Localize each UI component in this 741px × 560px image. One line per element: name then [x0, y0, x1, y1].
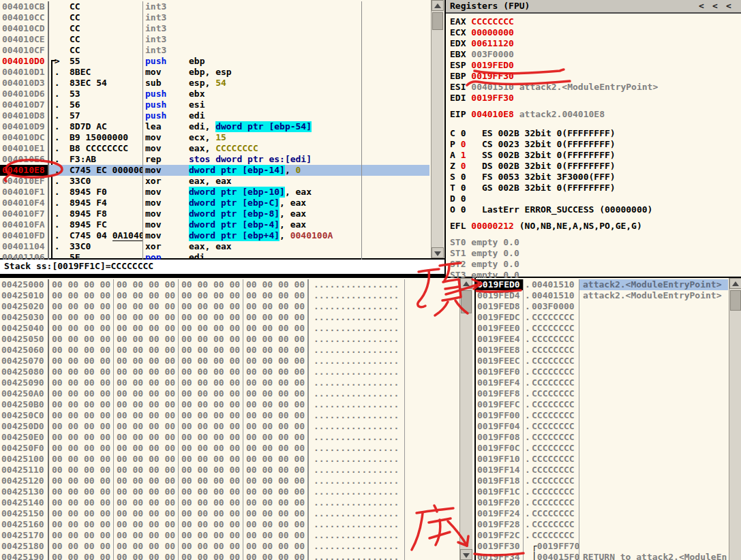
disasm-row[interactable]: 00401104 .33C0xoreax, eax — [0, 241, 429, 252]
disasm-row[interactable]: 004010CBCCint3 — [0, 1, 429, 12]
register-line[interactable]: EDX 00611120 — [450, 38, 741, 49]
disasm-row[interactable]: 004010D7 .56pushesi — [0, 99, 429, 110]
dump-row[interactable]: 0042511000 00 00 0000 00 00 0000 00 00 0… — [0, 465, 458, 476]
stack-row[interactable]: 0019FF20.CCCCCCCC — [476, 497, 728, 508]
dump-row[interactable]: 0042507000 00 00 0000 00 00 0000 00 00 0… — [0, 356, 458, 367]
dump-row[interactable]: 0042513000 00 00 0000 00 00 0000 00 00 0… — [0, 486, 458, 497]
stack-row[interactable]: 0019FEE4.CCCCCCCC — [476, 334, 728, 345]
stack-row[interactable]: 0019FEFC.CCCCCCCC — [476, 399, 728, 410]
disasm-row[interactable]: 004010CCCCint3 — [0, 12, 429, 23]
disasm-row[interactable]: 004010CECCint3 — [0, 34, 429, 45]
stack-row[interactable]: 0019FEE0.CCCCCCCC — [476, 323, 728, 334]
disasm-row[interactable]: 004010CDCCint3 — [0, 23, 429, 34]
register-line[interactable]: ESI 00401510 attack2.<ModuleEntryPoint> — [450, 82, 741, 93]
register-line[interactable]: EBP 0019FF30 — [450, 71, 741, 82]
chevron-left-button-1[interactable]: < — [695, 1, 708, 12]
register-line[interactable]: EFL 00000212 (NO,NB,NE,A,NS,PO,GE,G) — [450, 221, 741, 232]
disasm-row[interactable]: 004010F1 .8945 F0movdword ptr [ebp-10], … — [0, 187, 429, 198]
dump-row[interactable]: 004250A000 00 00 0000 00 00 0000 00 00 0… — [0, 388, 458, 399]
register-line[interactable]: ST1 empty 0.0 — [450, 248, 741, 259]
disasm-row[interactable]: 004010FD .C745 04 0A104000movdword ptr [… — [0, 230, 429, 241]
stack-row[interactable]: 0019FEE8.CCCCCCCC — [476, 345, 728, 356]
disasm-row[interactable]: 004010D8 .57pushedi — [0, 110, 429, 121]
stack-row[interactable]: 0019FF0C.CCCCCCCC — [476, 443, 728, 454]
dump-row[interactable]: 0042506000 00 00 0000 00 00 0000 00 00 0… — [0, 345, 458, 356]
dump-row[interactable]: 004250D000 00 00 0000 00 00 0000 00 00 0… — [0, 421, 458, 432]
register-line[interactable]: S 0 FS 0053 32bit 3F3000(FFF) — [450, 172, 741, 183]
register-line[interactable]: ECX 00000000 — [450, 27, 741, 38]
dump-row[interactable]: 0042508000 00 00 0000 00 00 0000 00 00 0… — [0, 367, 458, 377]
register-line[interactable]: Z 0 DS 002B 32bit 0(FFFFFFFF) — [450, 161, 741, 172]
dump-row[interactable]: 0042509000 00 00 0000 00 00 0000 00 00 0… — [0, 377, 458, 388]
register-line[interactable]: C 0 ES 002B 32bit 0(FFFFFFFF) — [450, 128, 741, 139]
dump-row[interactable]: 004250F000 00 00 0000 00 00 0000 00 00 0… — [0, 443, 458, 454]
register-line[interactable]: ST2 empty 0.0 — [450, 259, 741, 270]
stack-row[interactable]: 0019FF18.CCCCCCCC — [476, 476, 728, 486]
disasm-row[interactable]: 004010E6 .F3:ABrepstos dword ptr es:[edi… — [0, 154, 429, 165]
register-line[interactable]: EBX 003F0000 — [450, 49, 741, 60]
stack-row[interactable]: 0019FF34│004015F0RETURN to attack2.<Modu… — [476, 552, 728, 560]
dump-row[interactable]: 0042514000 00 00 0000 00 00 0000 00 00 0… — [0, 497, 458, 508]
dump-row[interactable]: 0042502000 00 00 0000 00 00 0000 00 00 0… — [0, 301, 458, 312]
disasm-row[interactable]: 004010FA .8945 FCmovdword ptr [ebp-4], e… — [0, 219, 429, 230]
dump-row[interactable]: 004250B000 00 00 0000 00 00 0000 00 00 0… — [0, 399, 458, 410]
register-line[interactable]: ESP 0019FED0 — [450, 60, 741, 71]
dump-row[interactable]: 0042500000 00 00 0000 00 00 0000 00 00 0… — [0, 279, 458, 290]
stack-row[interactable]: 0019FF28.CCCCCCCC — [476, 519, 728, 530]
dump-row[interactable]: 0042512000 00 00 0000 00 00 0000 00 00 0… — [0, 476, 458, 486]
dump-row[interactable]: 0042501000 00 00 0000 00 00 0000 00 00 0… — [0, 290, 458, 301]
dump-row[interactable]: 004250C000 00 00 0000 00 00 0000 00 00 0… — [0, 410, 458, 421]
stack-row[interactable]: 0019FF04.CCCCCCCC — [476, 421, 728, 432]
stack-row[interactable]: 0019FF10.CCCCCCCC — [476, 454, 728, 465]
scrollbar-thumb[interactable] — [432, 12, 443, 30]
stack-row[interactable]: 0019FEDC.CCCCCCCC — [476, 312, 728, 323]
scrollbar-thumb[interactable] — [461, 290, 472, 313]
dump-row[interactable]: 0042505000 00 00 0000 00 00 0000 00 00 0… — [0, 334, 458, 345]
chevron-left-button-3[interactable]: < — [722, 1, 736, 12]
stack-row[interactable]: 0019FED8.003F0000 — [476, 301, 728, 312]
stack-row[interactable]: 0019FF08.CCCCCCCC — [476, 432, 728, 443]
dump-row[interactable]: 0042503000 00 00 0000 00 00 0000 00 00 0… — [0, 312, 458, 323]
chevron-left-button-2[interactable]: < — [708, 1, 722, 12]
disasm-row[interactable]: 004010E1 .B8 CCCCCCCCmoveax, CCCCCCCC — [0, 143, 429, 154]
scroll-down-button[interactable] — [432, 247, 444, 258]
register-line[interactable]: P 0 CS 0023 32bit 0(FFFFFFFF) — [450, 139, 741, 150]
register-line[interactable]: EIP 004010E8 attack2.004010E8 — [450, 109, 741, 120]
disasm-row[interactable]: 004010D1 .8BECmovebp, esp — [0, 67, 429, 78]
disasm-row[interactable]: 004010CFCCint3 — [0, 45, 429, 56]
dump-row[interactable]: 0042515000 00 00 0000 00 00 0000 00 00 0… — [0, 508, 458, 519]
stack-row[interactable]: 0019FF24.CCCCCCCC — [476, 508, 728, 519]
stack-row[interactable]: 0019FEEC.CCCCCCCC — [476, 356, 728, 367]
register-line[interactable]: EAX CCCCCCCC — [450, 16, 741, 27]
stack-row[interactable]: 0019FF14.CCCCCCCC — [476, 465, 728, 476]
disasm-row[interactable]: 004010E8 .C745 EC 00000000movdword ptr [… — [0, 165, 429, 176]
disasm-row[interactable]: 004010DC .B9 15000000movecx, 15 — [0, 132, 429, 143]
dump-scrollbar[interactable] — [459, 278, 472, 560]
stack-row[interactable]: 0019FEF4.CCCCCCCC — [476, 377, 728, 388]
stack-row[interactable]: 0019FED0.00401510attack2.<ModuleEntryPoi… — [476, 279, 728, 290]
register-line[interactable]: D 0 — [450, 193, 741, 204]
stack-row[interactable]: 0019FF2C.CCCCCCCC — [476, 530, 728, 541]
scroll-down-button[interactable] — [460, 549, 472, 560]
dump-row[interactable]: 0042504000 00 00 0000 00 00 0000 00 00 0… — [0, 323, 458, 334]
disasm-row[interactable]: 004010F4 .8945 F4movdword ptr [ebp-C], e… — [0, 198, 429, 208]
scroll-up-button[interactable] — [460, 278, 472, 289]
dump-row[interactable]: 0042517000 00 00 0000 00 00 0000 00 00 0… — [0, 530, 458, 541]
stack-row[interactable]: 0019FEF0.CCCCCCCC — [476, 367, 728, 377]
disasm-row[interactable]: 004010EF .33C0xoreax, eax — [0, 176, 429, 187]
disasm-row[interactable]: 004010F7 .8945 F8movdword ptr [ebp-8], e… — [0, 208, 429, 219]
disasm-row[interactable]: 004010D0 >55pushebp — [0, 56, 429, 67]
stack-row[interactable]: 0019FF30┌0019FF70 — [476, 541, 728, 552]
dump-row[interactable]: 004250E000 00 00 0000 00 00 0000 00 00 0… — [0, 432, 458, 443]
scroll-up-button[interactable] — [729, 278, 741, 289]
stack-row[interactable]: 0019FF1C.CCCCCCCC — [476, 486, 728, 497]
register-line[interactable]: O 0 LastErr ERROR_SUCCESS (00000000) — [450, 204, 741, 215]
stack-scrollbar[interactable] — [729, 278, 741, 560]
scroll-up-button[interactable] — [432, 0, 444, 11]
stack-row[interactable]: 0019FEF8.CCCCCCCC — [476, 388, 728, 399]
dump-row[interactable]: 0042519000 00 00 0000 00 00 0000 00 00 0… — [0, 552, 458, 560]
stack-row[interactable]: 0019FF00.CCCCCCCC — [476, 410, 728, 421]
disasm-row[interactable]: 004010D9 .8D7D ACleaedi, dword ptr [ebp-… — [0, 121, 429, 132]
register-line[interactable]: ST0 empty 0.0 — [450, 237, 741, 248]
dump-row[interactable]: 0042518000 00 00 0000 00 00 0000 00 00 0… — [0, 541, 458, 552]
